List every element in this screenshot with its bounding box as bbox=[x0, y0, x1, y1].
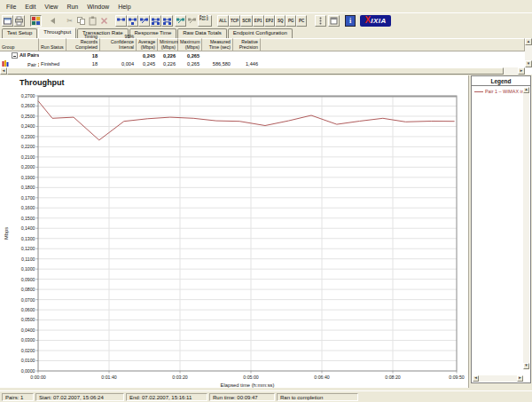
results-table: GroupRun StatusTiming RecordsCompleted95… bbox=[0, 38, 532, 75]
chart-panel: Throughput 0,00000,01000,02000,03000,040… bbox=[0, 75, 469, 388]
pair-filter-button[interactable]: Pair 1Pair 2 bbox=[198, 15, 212, 27]
legend-scroll-down-button[interactable]: ▼ bbox=[523, 363, 529, 369]
svg-text:0,1000: 0,1000 bbox=[21, 266, 35, 272]
column-options-button[interactable] bbox=[315, 15, 326, 27]
status-cell-3: Run time: 00:09:47 bbox=[209, 393, 275, 401]
column-header-average[interactable]: Average(Mbps) bbox=[137, 38, 158, 51]
scope-scr-button[interactable]: SCR bbox=[240, 15, 253, 27]
swap-endpoints-icon bbox=[187, 16, 197, 26]
svg-text:0,1800: 0,1800 bbox=[21, 185, 35, 190]
connect-endpoints-button[interactable] bbox=[175, 15, 186, 27]
new-test-icon bbox=[3, 16, 12, 26]
tab-response-time[interactable]: Response Time bbox=[129, 28, 177, 38]
edit-multicast-group-button[interactable] bbox=[161, 15, 173, 27]
pointer-button[interactable] bbox=[47, 15, 59, 27]
swap-endpoints-button[interactable] bbox=[186, 15, 198, 27]
svg-text:0,1100: 0,1100 bbox=[21, 256, 35, 262]
menu-edit[interactable]: Edit bbox=[20, 3, 40, 11]
table-horizontal-scrollbar[interactable] bbox=[7, 67, 518, 75]
cell-timing-records: 18 bbox=[66, 53, 100, 59]
tab-test-setup[interactable]: Test Setup bbox=[2, 28, 37, 38]
menu-run[interactable]: Run bbox=[62, 3, 82, 11]
legend-vertical-scrollbar[interactable] bbox=[523, 93, 529, 370]
column-header-minimum[interactable]: Minimum(Mbps) bbox=[158, 38, 178, 51]
menu-view[interactable]: View bbox=[40, 3, 62, 11]
table-scroll-right-button[interactable]: ► bbox=[518, 67, 525, 75]
tab-throughput[interactable]: Throughput bbox=[38, 28, 76, 38]
table-vertical-scrollbar[interactable] bbox=[525, 45, 532, 60]
svg-text:Mbps: Mbps bbox=[4, 227, 9, 240]
paste-button[interactable] bbox=[87, 15, 98, 27]
column-header-timing-records[interactable]: Timing RecordsCompleted bbox=[66, 38, 100, 51]
table-scroll-down-button[interactable]: ▼ bbox=[525, 60, 532, 67]
scope-pg-button[interactable]: PG bbox=[286, 15, 296, 27]
svg-text:0,0700: 0,0700 bbox=[21, 297, 35, 303]
tab-endpoint-configuration[interactable]: Endpoint Configuration bbox=[228, 28, 293, 38]
table-scrollbar-thumb[interactable] bbox=[7, 67, 504, 75]
edit-pair-button[interactable] bbox=[138, 15, 150, 27]
column-header-maximum[interactable]: Maximum(Mbps) bbox=[178, 38, 202, 51]
add-multiple-pairs-button[interactable] bbox=[127, 15, 138, 27]
scope-sq-button[interactable]: SQ bbox=[275, 15, 286, 27]
edit-multicast-group-icon bbox=[162, 16, 172, 26]
copy-button[interactable] bbox=[75, 15, 87, 27]
cell-relative: 1,446 bbox=[233, 61, 261, 67]
print-button[interactable] bbox=[13, 15, 25, 27]
cut-icon: ✂ bbox=[66, 16, 73, 26]
ixia-logo-x: X bbox=[365, 16, 372, 25]
about-button[interactable]: i bbox=[345, 15, 356, 27]
scope-ep2-button[interactable]: EP2 bbox=[264, 15, 276, 27]
table-row-all-pairs[interactable]: All Pairs180,2450,2260,265 bbox=[0, 51, 525, 59]
cell-measured: 586,580 bbox=[202, 61, 233, 67]
scope-tcp-button[interactable]: TCP bbox=[229, 15, 240, 27]
svg-text:0,1400: 0,1400 bbox=[21, 225, 35, 231]
svg-text:0:06:40: 0:06:40 bbox=[314, 374, 329, 380]
svg-text:0,0800: 0,0800 bbox=[21, 287, 35, 292]
table-scroll-up-button[interactable]: ▲ bbox=[525, 38, 532, 45]
svg-text:0,2000: 0,2000 bbox=[21, 164, 35, 169]
cell-minimum: 0,226 bbox=[158, 61, 178, 67]
legend-scroll-left-button[interactable]: ◄ bbox=[473, 375, 479, 382]
connect-endpoints-icon bbox=[176, 16, 185, 26]
table-scroll-left-button[interactable]: ◄ bbox=[0, 67, 7, 75]
view-results-button[interactable] bbox=[30, 15, 42, 27]
scope-all-button[interactable]: ALL bbox=[217, 15, 229, 27]
legend-entry-label: Pair 1 – WiMAX in bbox=[485, 89, 524, 94]
delete-button[interactable] bbox=[98, 15, 110, 27]
menu-help[interactable]: Help bbox=[113, 3, 135, 11]
add-pair-icon bbox=[116, 16, 126, 26]
legend-panel: Legend Pair 1 – WiMAX in ▲ ▼ ◄ ► bbox=[471, 75, 531, 383]
cut-button[interactable]: ✂ bbox=[64, 15, 75, 27]
column-header-group[interactable]: Group bbox=[0, 38, 39, 51]
window-layout-icon bbox=[330, 16, 338, 26]
expand-collapse-icon[interactable] bbox=[12, 52, 18, 59]
column-header-measured[interactable]: MeasuredTime (sec) bbox=[202, 38, 233, 51]
legend-horizontal-scrollbar[interactable] bbox=[479, 375, 518, 382]
add-pair-button[interactable] bbox=[115, 15, 127, 27]
edit-pair-icon bbox=[139, 16, 149, 26]
legend-scroll-right-button[interactable]: ► bbox=[517, 375, 523, 382]
menu-window[interactable]: Window bbox=[82, 3, 113, 11]
svg-text:0,0900: 0,0900 bbox=[21, 277, 35, 282]
status-cell-2: End: 07.02.2007, 15:16:11 bbox=[126, 393, 207, 401]
legend-scroll-up-button[interactable]: ▲ bbox=[523, 87, 529, 93]
svg-text:0,2200: 0,2200 bbox=[21, 144, 35, 149]
tab-raw-data-totals[interactable]: Raw Data Totals bbox=[177, 28, 227, 38]
table-row-pair-1[interactable]: Pair 1Finished180,0040,2450,2260,265586,… bbox=[0, 59, 525, 67]
legend-entry[interactable]: Pair 1 – WiMAX in bbox=[472, 86, 530, 94]
menu-file[interactable]: File bbox=[2, 3, 20, 11]
svg-text:0:05:00: 0:05:00 bbox=[243, 374, 258, 380]
window-layout-button[interactable] bbox=[328, 15, 340, 27]
svg-text:0,0600: 0,0600 bbox=[21, 307, 35, 312]
svg-text:0:03:20: 0:03:20 bbox=[172, 374, 187, 380]
scope-pc-button[interactable]: PC bbox=[296, 15, 307, 27]
column-header-relative[interactable]: RelativePrecision bbox=[233, 38, 261, 51]
status-bar: Pairs: 1Start: 07.02.2007, 15:06:24End: … bbox=[0, 390, 532, 402]
results-table-header: GroupRun StatusTiming RecordsCompleted95… bbox=[0, 38, 525, 51]
new-test-button[interactable] bbox=[2, 15, 13, 27]
scope-ep1-button[interactable]: EP1 bbox=[253, 15, 264, 27]
column-header-95-confidence[interactable]: 95% ConfidenceInterval bbox=[100, 38, 137, 51]
column-header-run-status[interactable]: Run Status bbox=[39, 38, 66, 51]
add-multicast-group-button[interactable] bbox=[150, 15, 161, 27]
cell-minimum: 0,226 bbox=[158, 53, 178, 59]
